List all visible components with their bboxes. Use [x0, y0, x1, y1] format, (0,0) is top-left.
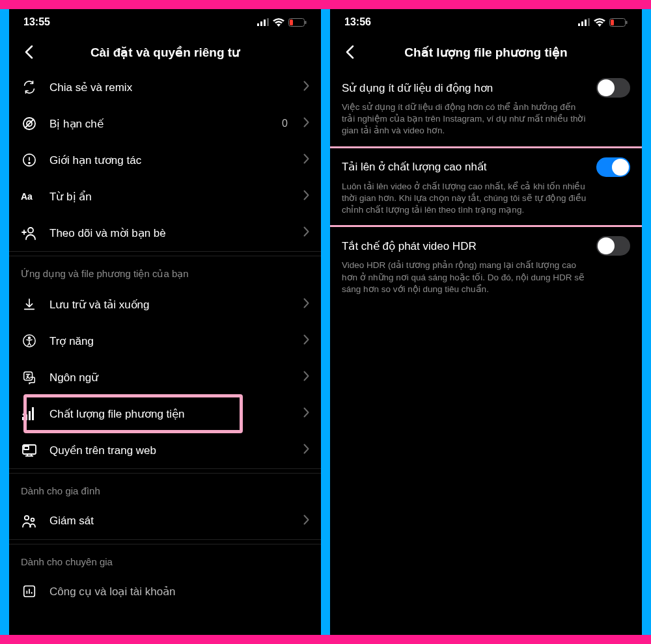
chevron-right-icon — [303, 154, 309, 167]
section-divider — [9, 251, 321, 256]
setting-title: Tắt chế độ phát video HDR — [342, 239, 477, 253]
chevron-right-icon — [303, 334, 309, 347]
section-header-pro: Dành cho chuyên gia — [9, 544, 321, 574]
setting-description: Video HDR (dải tương phản rộng) mang lại… — [342, 260, 630, 295]
status-right — [578, 18, 628, 27]
section-header-family: Dành cho gia đình — [9, 474, 321, 503]
settings-scroll[interactable]: Chia sẻ và remixBị hạn chế0Giới hạn tươn… — [9, 69, 321, 635]
settings-row[interactable]: AaTừ bị ẩn — [9, 178, 321, 215]
toggle-setting: Tải lên ở chất lượng cao nhấtLuôn tải lê… — [330, 148, 642, 226]
decorative-top-bar — [0, 0, 651, 9]
svg-rect-41 — [626, 21, 628, 24]
phone-left: 13:55 Cài đặt và quyền riêng tư Chia sẻ … — [9, 9, 321, 635]
accessibility-icon — [21, 332, 38, 349]
phones-container: 13:55 Cài đặt và quyền riêng tư Chia sẻ … — [9, 9, 642, 635]
chevron-right-icon — [303, 444, 309, 457]
settings-row[interactable]: Chất lượng file phương tiện — [9, 396, 321, 432]
phone-right: 13:56 Chất lượng file phương tiện Sử dụn… — [330, 9, 642, 635]
svg-rect-5 — [290, 20, 293, 25]
chevron-right-icon — [303, 117, 309, 130]
svg-rect-37 — [585, 20, 587, 26]
battery-icon — [288, 18, 307, 27]
row-label: Lưu trữ và tải xuống — [49, 298, 292, 312]
remix-icon — [21, 79, 38, 96]
truncated-row[interactable]: Công cụ và loại tài khoản — [9, 574, 321, 609]
row-label: Giám sát — [49, 515, 292, 528]
toggle-setting: Sử dụng ít dữ liệu di động hơnViệc sử dụ… — [330, 69, 642, 146]
settings-row[interactable]: Bị hạn chế0 — [9, 105, 321, 142]
row-label: Từ bị ẩn — [49, 190, 292, 204]
settings-row[interactable]: Giám sát — [9, 503, 321, 539]
svg-rect-25 — [32, 407, 34, 420]
svg-point-33 — [31, 518, 35, 522]
setting-title: Sử dụng ít dữ liệu di động hơn — [342, 81, 493, 95]
signal-icon — [21, 405, 38, 422]
page-title: Chất lượng file phương tiện — [404, 45, 567, 60]
settings-row[interactable]: Lưu trữ và tải xuống — [9, 286, 321, 323]
row-label: Giới hạn tương tác — [49, 154, 292, 167]
svg-rect-38 — [588, 18, 590, 26]
invite-icon — [21, 224, 38, 241]
svg-rect-6 — [305, 21, 307, 24]
decorative-bottom-bar — [0, 635, 651, 644]
setting-description: Việc sử dụng ít dữ liệu di động hơn có t… — [342, 101, 630, 137]
status-right — [257, 18, 307, 27]
cellular-icon — [257, 18, 269, 26]
back-button[interactable] — [18, 42, 39, 62]
svg-point-32 — [25, 516, 29, 520]
settings-row[interactable]: Trợ năng — [9, 323, 321, 359]
hidden-words-icon: Aa — [21, 188, 38, 205]
section-divider — [9, 539, 321, 544]
restricted-icon — [21, 115, 38, 132]
row-label: Bị hạn chế — [49, 117, 270, 131]
settings-row[interactable]: Giới hạn tương tác — [9, 142, 321, 178]
svg-rect-35 — [578, 23, 580, 26]
status-time: 13:55 — [23, 16, 50, 28]
svg-rect-22 — [22, 417, 24, 420]
status-bar: 13:56 — [330, 9, 642, 35]
setting-description: Luôn tải lên video ở chất lượng cao nhất… — [342, 181, 630, 217]
svg-rect-36 — [581, 21, 583, 26]
row-label: Quyền trên trang web — [49, 444, 292, 457]
svg-rect-3 — [267, 18, 269, 26]
setting-title: Tải lên ở chất lượng cao nhất — [342, 160, 487, 174]
chevron-right-icon — [303, 515, 309, 528]
svg-rect-2 — [264, 20, 266, 26]
limit-icon — [21, 152, 38, 168]
svg-point-20 — [29, 337, 31, 339]
settings-row[interactable]: Chia sẻ và remix — [9, 69, 321, 105]
settings-row[interactable]: Quyền trên trang web — [9, 432, 321, 468]
chevron-right-icon — [303, 407, 309, 420]
chevron-right-icon — [303, 190, 309, 203]
row-label: Chia sẻ và remix — [49, 81, 292, 94]
back-button[interactable] — [339, 42, 360, 62]
header: Cài đặt và quyền riêng tư — [9, 35, 321, 69]
web-icon — [21, 442, 38, 459]
supervision-icon — [21, 513, 38, 530]
row-value: 0 — [282, 118, 288, 129]
wifi-icon — [594, 18, 605, 27]
chevron-right-icon — [303, 226, 309, 239]
tools-icon — [21, 583, 38, 600]
svg-rect-24 — [29, 411, 31, 420]
row-label: Chất lượng file phương tiện — [49, 407, 292, 421]
settings-row[interactable]: Theo dõi và mời bạn bè — [9, 215, 321, 251]
svg-point-26 — [23, 414, 25, 416]
status-time: 13:56 — [344, 16, 371, 28]
battery-icon — [609, 18, 628, 27]
svg-rect-1 — [260, 21, 262, 26]
toggle-switch[interactable] — [596, 78, 630, 98]
chevron-right-icon — [303, 81, 309, 94]
row-label: Trợ năng — [49, 334, 292, 348]
toggle-switch[interactable] — [596, 236, 630, 256]
truncated-label: Công cụ và loại tài khoản — [49, 585, 176, 598]
settings-row[interactable]: Ngôn ngữ — [9, 359, 321, 396]
settings-scroll[interactable]: Sử dụng ít dữ liệu di động hơnViệc sử dụ… — [330, 69, 642, 635]
download-icon — [21, 296, 38, 313]
toggle-switch[interactable] — [596, 157, 630, 177]
svg-point-14 — [28, 228, 33, 233]
row-label: Theo dõi và mời bạn bè — [49, 226, 292, 240]
svg-rect-23 — [25, 414, 27, 420]
section-divider — [9, 468, 321, 474]
cellular-icon — [578, 18, 590, 26]
